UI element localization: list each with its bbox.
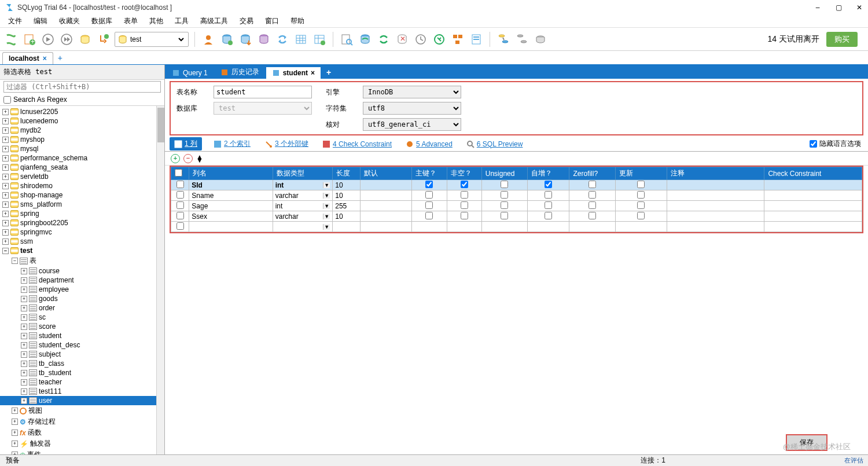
add-tab-button[interactable]: + xyxy=(322,66,336,79)
flush-icon[interactable]: ✕ xyxy=(395,32,410,47)
default-cell[interactable] xyxy=(361,190,412,201)
expander-icon[interactable]: + xyxy=(12,441,18,447)
tree-item[interactable]: +test111 xyxy=(0,387,164,396)
chevron-down-icon[interactable]: ▼ xyxy=(323,193,330,199)
checkbox[interactable] xyxy=(637,181,645,188)
checkbox[interactable] xyxy=(501,212,508,219)
charset-select[interactable]: utf8 xyxy=(363,102,461,115)
tree-item[interactable]: +mydb2 xyxy=(0,126,164,135)
column-header[interactable]: 注释 xyxy=(667,167,764,180)
row-checkbox[interactable] xyxy=(176,191,184,199)
checkbox[interactable] xyxy=(461,191,468,199)
expander-icon[interactable]: + xyxy=(21,398,27,404)
schema-designer-icon[interactable] xyxy=(450,32,465,47)
data-sync-icon[interactable] xyxy=(496,32,511,47)
expander-icon[interactable]: + xyxy=(21,305,27,311)
datatype-cell[interactable]: varchar▼ xyxy=(273,190,333,201)
select-all-checkbox[interactable] xyxy=(175,169,182,177)
expander-icon[interactable]: + xyxy=(21,277,27,284)
expander-icon[interactable]: + xyxy=(2,164,9,171)
tree-item[interactable]: +视图 xyxy=(0,405,164,416)
comment-cell[interactable] xyxy=(667,211,764,222)
datatype-cell[interactable]: varchar▼ xyxy=(273,211,333,222)
column-header[interactable]: 更新 xyxy=(615,167,667,180)
tree-item[interactable]: +springmvc xyxy=(0,228,164,237)
checkbox[interactable] xyxy=(589,201,596,209)
tab-query[interactable]: Query 1 xyxy=(166,67,214,79)
checkbox[interactable] xyxy=(589,181,596,188)
expander-icon[interactable]: + xyxy=(2,118,9,124)
menu-file[interactable]: 文件 xyxy=(2,15,28,27)
query-builder-icon[interactable] xyxy=(432,32,447,47)
tree-item[interactable]: −test xyxy=(0,246,164,255)
length-cell[interactable] xyxy=(333,222,361,232)
row-checkbox[interactable] xyxy=(176,222,184,230)
datatype-cell[interactable]: int▼ xyxy=(273,180,333,190)
expander-icon[interactable]: + xyxy=(21,361,27,367)
column-header[interactable]: 数据类型 xyxy=(273,167,333,180)
tree-item[interactable]: +subject xyxy=(0,350,164,359)
tree-item[interactable]: +shirodemo xyxy=(0,181,164,190)
subtab-columns[interactable]: 1 列 xyxy=(170,137,202,151)
expander-icon[interactable]: + xyxy=(2,192,9,199)
checkbox[interactable] xyxy=(637,212,645,219)
column-name-cell[interactable] xyxy=(189,222,273,232)
engine-select[interactable]: InnoDB xyxy=(363,86,461,98)
tree-item[interactable]: +goods xyxy=(0,294,164,303)
chevron-down-icon[interactable]: ▼ xyxy=(323,182,330,188)
expander-icon[interactable]: + xyxy=(21,351,27,358)
expander-icon[interactable]: + xyxy=(2,183,9,189)
checkbox[interactable] xyxy=(501,191,508,199)
subtab-advanced[interactable]: 5 Advanced xyxy=(403,138,455,150)
row-checkbox[interactable] xyxy=(176,181,184,188)
table-create-icon[interactable] xyxy=(312,32,327,47)
menu-advtools[interactable]: 高级工具 xyxy=(194,15,234,27)
checkbox[interactable] xyxy=(545,212,552,219)
export-icon[interactable] xyxy=(256,32,271,47)
subtab-check[interactable]: 4 Check Constraint xyxy=(320,138,394,150)
tree-item[interactable]: +springboot2205 xyxy=(0,218,164,228)
column-name-cell[interactable]: Sname xyxy=(189,190,273,201)
expander-icon[interactable]: + xyxy=(21,314,27,321)
database-selector[interactable]: test xyxy=(115,32,189,47)
filter-input[interactable] xyxy=(3,81,161,93)
table-icon[interactable] xyxy=(293,32,308,47)
expander-icon[interactable]: + xyxy=(21,333,27,339)
tree-item[interactable]: +ssm xyxy=(0,237,164,246)
checkbox[interactable] xyxy=(425,191,433,199)
delete-column-button[interactable]: − xyxy=(183,154,193,163)
add-column-button[interactable]: + xyxy=(171,154,180,163)
tree-item[interactable]: +department xyxy=(0,276,164,285)
length-cell[interactable]: 10 xyxy=(333,190,361,201)
checkbox[interactable] xyxy=(501,201,508,209)
sync-icon[interactable] xyxy=(275,32,290,47)
tab-history[interactable]: 历史记录 xyxy=(215,65,265,79)
expander-icon[interactable]: + xyxy=(2,211,9,217)
checkbox[interactable] xyxy=(589,191,596,199)
expander-icon[interactable]: − xyxy=(12,258,18,264)
checkbox[interactable] xyxy=(461,201,468,209)
tree-item[interactable]: +⚙存储过程 xyxy=(0,416,164,427)
check-cell[interactable] xyxy=(764,180,862,190)
tree-item[interactable]: +user xyxy=(0,396,164,405)
move-column-buttons[interactable]: ▲▼ xyxy=(196,155,203,162)
expander-icon[interactable]: + xyxy=(2,220,9,226)
expander-icon[interactable]: + xyxy=(2,174,9,180)
tree-item[interactable]: +spring xyxy=(0,209,164,218)
expander-icon[interactable]: + xyxy=(21,388,27,395)
checkbox[interactable] xyxy=(425,212,433,219)
length-cell[interactable]: 10 xyxy=(333,180,361,190)
tree-item[interactable]: +servletdb xyxy=(0,172,164,181)
column-header[interactable]: 列名 xyxy=(189,167,273,180)
visual-compare-icon[interactable] xyxy=(514,32,529,47)
checkbox[interactable] xyxy=(545,191,552,199)
expander-icon[interactable]: + xyxy=(21,287,27,293)
new-connection-icon[interactable] xyxy=(3,32,19,47)
tree-item[interactable]: +teacher xyxy=(0,377,164,387)
tree-item[interactable]: +◷事件 xyxy=(0,449,164,454)
collation-select[interactable]: utf8_general_ci xyxy=(363,118,461,131)
menu-window[interactable]: 窗口 xyxy=(259,15,285,27)
tree-item[interactable]: +student_desc xyxy=(0,340,164,350)
close-icon[interactable]: × xyxy=(43,54,47,63)
scheduled-backup-icon[interactable] xyxy=(358,32,373,47)
